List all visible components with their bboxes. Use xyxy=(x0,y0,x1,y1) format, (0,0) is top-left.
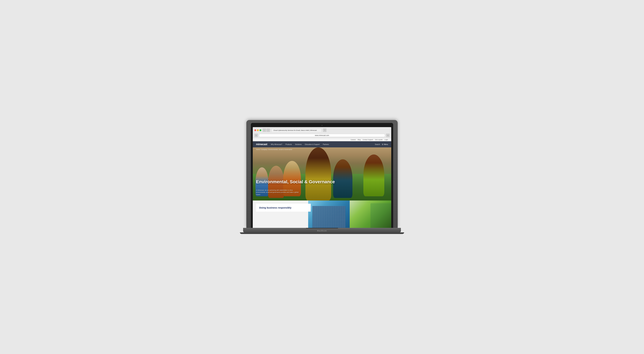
get-quote-link[interactable]: Get a quote xyxy=(375,139,382,140)
macbook-base: MacBook xyxy=(243,228,401,232)
main-nav: mimecast Why Mimecast? Products Solution… xyxy=(253,141,391,147)
minimize-button[interactable] xyxy=(257,129,259,131)
login-link[interactable]: Login xyxy=(384,139,388,140)
nav-item-products[interactable]: Products xyxy=(285,144,292,145)
utility-bar: Careers Blog Contact Support Get a quote… xyxy=(253,138,391,141)
traffic-lights xyxy=(254,129,261,131)
hero-title-text: Environmental, Social & Governance xyxy=(256,179,335,184)
tab-bar: Cloud Cybersecurity Services for Email, … xyxy=(271,128,322,132)
building-right-image xyxy=(350,201,391,228)
back-button[interactable]: ‹ xyxy=(262,128,266,132)
forward-button[interactable]: › xyxy=(266,128,270,132)
macbook-wrapper: ‹ › Cloud Cybersecurity Services for Ema… xyxy=(243,120,401,234)
search-button[interactable]: Search xyxy=(375,144,380,145)
refresh-button[interactable]: ↻ xyxy=(254,134,258,137)
breadcrumb: Home / Company / Environmental, Social &… xyxy=(256,149,292,150)
nav-item-education-support[interactable]: Education & Support xyxy=(304,144,320,145)
hero-title: Environmental, Social & Governance xyxy=(256,179,388,184)
lower-card: Doing business responsibly xyxy=(256,204,311,212)
browser-tab[interactable]: Cloud Cybersecurity Services for Email, … xyxy=(271,128,322,132)
hero-subtitle: At Mimecast, we are partnering with stak… xyxy=(256,189,301,196)
address-bar[interactable]: www.mimecast.com xyxy=(259,134,385,137)
menu-button[interactable]: ☰ Menu xyxy=(382,144,388,145)
blog-link[interactable]: Blog xyxy=(358,139,361,140)
browser-window: ‹ › Cloud Cybersecurity Services for Ema… xyxy=(253,127,391,228)
browser-top-bar: ‹ › Cloud Cybersecurity Services for Ema… xyxy=(254,128,390,132)
building-images xyxy=(308,201,391,228)
close-button[interactable] xyxy=(254,129,256,131)
hamburger-icon: ☰ xyxy=(382,144,383,145)
nav-item-solutions[interactable]: Solutions xyxy=(295,144,302,145)
nav-buttons: ‹ › xyxy=(262,128,270,132)
nav-right: Search ☰ Menu xyxy=(375,144,388,145)
address-bar-row: ↻ www.mimecast.com ▭ xyxy=(254,133,390,138)
nav-item-partners[interactable]: Partners xyxy=(322,144,329,145)
browser-chrome: ‹ › Cloud Cybersecurity Services for Ema… xyxy=(253,127,391,138)
menu-label: Menu xyxy=(384,144,388,145)
maximize-button[interactable] xyxy=(260,129,261,131)
site-logo[interactable]: mimecast xyxy=(256,143,267,146)
nav-item-why-mimecast[interactable]: Why Mimecast? xyxy=(270,144,282,145)
careers-link[interactable]: Careers xyxy=(351,139,356,140)
hero-section: Home / Company / Environmental, Social &… xyxy=(253,147,391,201)
breadcrumb-text: Home / Company / Environmental, Social &… xyxy=(256,149,292,150)
macbook-bottom xyxy=(240,232,404,234)
camera xyxy=(322,125,322,126)
lower-section: Doing business responsibly xyxy=(253,201,391,228)
macbook-lid: ‹ › Cloud Cybersecurity Services for Ema… xyxy=(246,120,398,228)
screen-bezel: ‹ › Cloud Cybersecurity Services for Ema… xyxy=(251,123,393,228)
nav-items: Why Mimecast? Products Solutions Educati… xyxy=(270,144,375,145)
macbook-label: MacBook xyxy=(317,230,327,232)
contact-support-link[interactable]: Contact Support xyxy=(362,139,373,140)
building-left-image xyxy=(308,201,350,228)
hero-subtitle-text: At Mimecast, we are partnering with stak… xyxy=(256,189,298,195)
website-content: Careers Blog Contact Support Get a quote… xyxy=(253,138,391,228)
new-tab-button[interactable]: + xyxy=(323,128,326,132)
lower-card-title: Doing business responsibly xyxy=(259,206,308,209)
share-button[interactable]: ▭ xyxy=(386,134,390,137)
